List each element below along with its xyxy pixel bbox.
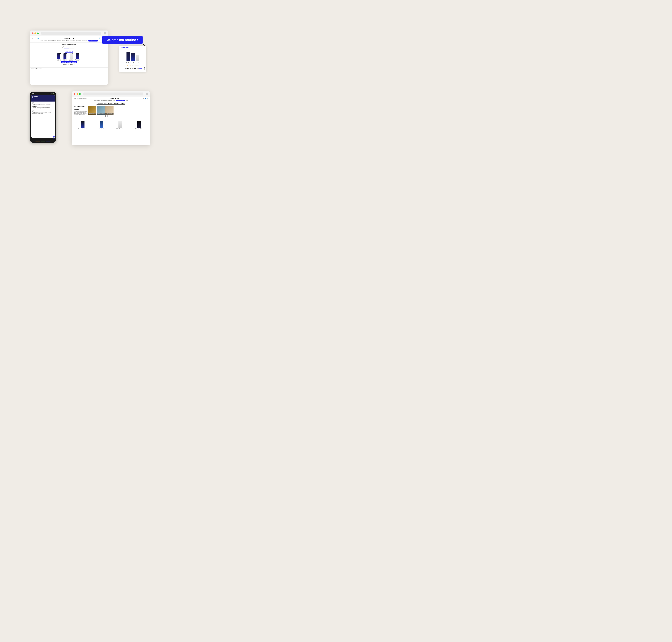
nav-parfum[interactable]: Parfum	[66, 40, 69, 41]
add-to-routine-button[interactable]: AJOUTER À MA ROUTINE 🔒	[62, 64, 76, 66]
feature-label-3: RÉSOUDRE MES PROBLÈMES DE PEAU	[105, 113, 114, 115]
phone-time: 9:41	[32, 93, 35, 94]
horace-nav: 🏳 📍 🏪 HORACE 🔍 👤 🛒 Visage Corps Rasage &…	[30, 36, 108, 43]
product-name-grid-2: Gel Raffermissant Visage	[93, 128, 111, 129]
product-badge-2: BESTSELLER	[93, 119, 111, 119]
store-icon: 🏪	[37, 38, 39, 39]
voir-btn-1[interactable]: VOIR	[88, 115, 90, 117]
product-sub-2: ET ÉPAULOS	[93, 120, 111, 120]
nav-top-row: 🏳 📍 🏪 HORACE 🔍 👤 🛒	[31, 37, 106, 40]
etape-1-title: Étape 1 :	[32, 103, 54, 103]
product-2: + Gel Raffermissant Visage - 9 €	[63, 53, 67, 61]
bottom-nav-corps[interactable]: Corps	[98, 100, 100, 101]
bottom-nav-rasage[interactable]: Rasage & Barbe	[101, 100, 107, 101]
expand-dot[interactable]	[37, 33, 39, 34]
bottom-horace-logo[interactable]: HORACE	[87, 98, 142, 99]
nav-visage[interactable]: Visage	[40, 40, 43, 41]
nav-jecreemaroutine[interactable]: Je crée ma routine	[88, 40, 98, 41]
bottom-nav-links: Visage Corps Rasage & Barbe Cheveux Dent…	[74, 100, 148, 101]
product-badge-4: BESTSELLER	[130, 119, 148, 119]
bottom-nav: 📍 France (€) Boutiques 10% offerts ! HOR…	[72, 97, 150, 102]
product-add-btn-4[interactable]: +	[78, 53, 79, 54]
card-routine-name: Ma Routine Peau nette	[121, 62, 145, 64]
phone-header: HORACE Ma routine	[31, 95, 55, 102]
bottom-nav-losop[interactable]: losop	[126, 100, 128, 101]
product-name-grid-4: Nettoyant Visage Purifiant	[130, 128, 148, 129]
nav-cheveux[interactable]: Cheveux	[57, 40, 61, 41]
etape-1-label: Étape 1 :	[31, 69, 106, 70]
featured-images: UN AIR DE FATIGUE ? SOIN DE SON VISAGE ?…	[88, 106, 114, 117]
minimize-dot[interactable]	[35, 33, 36, 34]
price-old: 67€	[137, 68, 139, 69]
phone-outer: 9:41 ▲▲▲ WiFi 🔋 HORACE Ma routine Étape …	[30, 92, 56, 143]
card-bottle-2	[131, 53, 135, 61]
home-indicator	[36, 142, 40, 142]
phone-notch: 9:41 ▲▲▲ WiFi 🔋	[31, 93, 55, 95]
product-badge-3: NOUVEAUTÉ	[111, 119, 129, 119]
featured-row: Tout pour une peau nette, douce et proté…	[74, 106, 148, 117]
voir-btn-2[interactable]: VOIR	[97, 115, 99, 117]
card-add-to-cart-button[interactable]: AJOUTER AU PANIER - 67€ 58 €	[121, 67, 145, 70]
star-4: ☆	[131, 64, 133, 66]
reload-icon[interactable]	[104, 32, 106, 35]
bottom-nav-cheveux[interactable]: Cheveux	[109, 100, 112, 101]
bottom-close-dot[interactable]	[74, 93, 75, 95]
product-label-4: Nettoyant Visage Purifiant - 8 €	[75, 60, 80, 61]
nav-corps[interactable]: Corps	[45, 40, 47, 41]
bottom-search-icon[interactable]: 🔍	[142, 98, 144, 99]
add-to-cart-button[interactable]: AJOUTER AU PANIER - 67€ 55 €	[61, 61, 77, 63]
chat-bubble[interactable]: 💬	[53, 136, 55, 139]
bottom-nav-dent[interactable]: Dent	[113, 100, 115, 101]
nav-left-icons: 🏳 📍 🏪	[31, 38, 39, 39]
product-add-btn-1[interactable]: +	[59, 53, 61, 54]
card-bottle-3	[136, 55, 139, 61]
bottom-browser-titlebar	[72, 91, 150, 97]
feature-img-col-1: UN AIR DE FATIGUE ? SOIN DE SON VISAGE ?…	[88, 106, 96, 117]
close-dot[interactable]	[32, 33, 34, 34]
bottom-user-icon[interactable]: 👤	[145, 98, 146, 99]
card-stars: ★ ★ ★ ☆ ☆ 692 avis	[121, 64, 145, 66]
nav-magazine[interactable]: Magazine	[71, 40, 75, 41]
address-bar[interactable]	[41, 32, 101, 35]
bottom-address-bar[interactable]	[83, 92, 143, 95]
bottom-minimize-dot[interactable]	[76, 93, 78, 95]
voir-btn-3[interactable]: VOIR	[105, 115, 107, 117]
product-bottle-2	[63, 53, 66, 59]
star-2: ★	[128, 64, 130, 66]
product-label-2: Gel Raffermissant Visage - 9 €	[63, 60, 67, 61]
product-name-grid-1: Solution Exfoliante Perfectrice	[74, 128, 92, 129]
cta-main-button[interactable]: Je crée ma routine !	[102, 36, 142, 44]
chat-icon: 💬	[53, 137, 55, 138]
bottom-reload-icon[interactable]	[146, 93, 148, 95]
bottom-expand-dot[interactable]	[79, 93, 81, 95]
product-bottle-1	[57, 53, 60, 59]
feature-img-col-3: RÉSOUDRE MES PROBLÈMES DE PEAU VOIR	[105, 106, 114, 117]
nav-dents[interactable]: Dents	[62, 40, 65, 41]
product-grid-item-1: NOUVEAUTÉ REBOOT Solution Exfoliante Per…	[74, 119, 92, 129]
feature-img-3: RÉSOUDRE MES PROBLÈMES DE PEAU	[105, 106, 114, 115]
bottom-nav-visage[interactable]: Visage	[94, 100, 97, 101]
phone-page-title: Ma routine	[32, 97, 54, 99]
product-bottle-4	[76, 53, 79, 59]
product-card: ÉCONOMISEZ 9 € Ma Routine Peau nette ★ ★…	[119, 46, 146, 72]
featured-left-panel: Tout pour une peau nette, douce et proté…	[74, 106, 87, 117]
nav-maroutine[interactable]: Ma routine	[83, 40, 87, 41]
product-card-area: ÉCONOMISEZ 9 € Ma Routine Peau nette ★ ★…	[119, 46, 146, 72]
nav-rasage[interactable]: Rasage & Barbe	[48, 40, 55, 41]
bottom-nav-cta[interactable]: Je crée ma routine !	[116, 100, 125, 101]
bottom-cart-icon[interactable]: 🛒	[147, 98, 148, 99]
top-browser-window: 🏳 📍 🏪 HORACE 🔍 👤 🛒 Visage Corps Rasage &…	[30, 30, 108, 85]
routine-main-content: Votre routine visage Découvrez les étape…	[30, 43, 108, 67]
product-add-btn-2[interactable]: +	[66, 53, 67, 54]
nav-philosophie[interactable]: Philosophie	[76, 40, 81, 41]
progress-bar-fill	[64, 49, 69, 49]
phone-screen: HORACE Ma routine Étape 1 : Appliquez le…	[31, 95, 55, 138]
product-bottle-grid-4	[137, 121, 141, 128]
nav-links: Visage Corps Rasage & Barbe Cheveux Dent…	[31, 40, 106, 42]
horace-logo[interactable]: HORACE	[64, 37, 75, 39]
product-sub-3: AT ARAOS	[111, 120, 129, 120]
search-icon[interactable]: 🔍	[99, 38, 101, 39]
product-label-1: Savon Exfoliant Perfecteur - 9 €	[56, 60, 61, 61]
product-bottle-grid-2	[100, 121, 103, 128]
product-add-btn-3[interactable]: +	[72, 53, 73, 54]
